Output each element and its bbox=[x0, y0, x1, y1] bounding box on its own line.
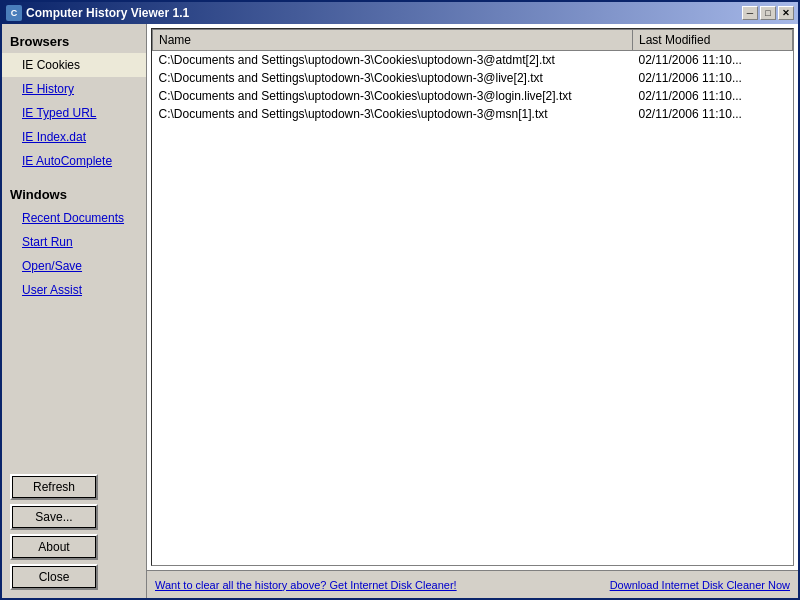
sidebar: Browsers IE Cookies IE History IE Typed … bbox=[2, 24, 147, 598]
col-header-modified[interactable]: Last Modified bbox=[633, 30, 793, 51]
app-icon: C bbox=[6, 5, 22, 21]
sidebar-item-ie-typed-url[interactable]: IE Typed URL bbox=[2, 101, 146, 125]
windows-section-label: Windows bbox=[2, 181, 146, 206]
footer-bar: Want to clear all the history above? Get… bbox=[147, 570, 798, 598]
col-header-name[interactable]: Name bbox=[153, 30, 633, 51]
sidebar-item-ie-history[interactable]: IE History bbox=[2, 77, 146, 101]
sidebar-item-open-save[interactable]: Open/Save bbox=[2, 254, 146, 278]
data-table-container[interactable]: Name Last Modified C:\Documents and Sett… bbox=[151, 28, 794, 566]
table-cell-name: C:\Documents and Settings\uptodown-3\Coo… bbox=[153, 69, 633, 87]
table-cell-modified: 02/11/2006 11:10... bbox=[633, 105, 793, 123]
main-area: Browsers IE Cookies IE History IE Typed … bbox=[2, 24, 798, 598]
save-button[interactable]: Save... bbox=[10, 504, 98, 530]
sidebar-item-ie-cookies[interactable]: IE Cookies bbox=[2, 53, 146, 77]
table-cell-name: C:\Documents and Settings\uptodown-3\Coo… bbox=[153, 51, 633, 70]
sidebar-buttons: Refresh Save... About Close bbox=[2, 470, 146, 594]
maximize-button[interactable]: □ bbox=[760, 6, 776, 20]
window-title: Computer History Viewer 1.1 bbox=[26, 6, 742, 20]
table-cell-modified: 02/11/2006 11:10... bbox=[633, 51, 793, 70]
table-cell-name: C:\Documents and Settings\uptodown-3\Coo… bbox=[153, 105, 633, 123]
sidebar-item-user-assist[interactable]: User Assist bbox=[2, 278, 146, 302]
sidebar-item-recent-documents[interactable]: Recent Documents bbox=[2, 206, 146, 230]
sidebar-item-ie-autocomplete[interactable]: IE AutoComplete bbox=[2, 149, 146, 173]
close-window-button[interactable]: ✕ bbox=[778, 6, 794, 20]
data-table: Name Last Modified C:\Documents and Sett… bbox=[152, 29, 793, 123]
table-row[interactable]: C:\Documents and Settings\uptodown-3\Coo… bbox=[153, 51, 793, 70]
content-panel: Name Last Modified C:\Documents and Sett… bbox=[147, 24, 798, 598]
app-window: C Computer History Viewer 1.1 ─ □ ✕ Brow… bbox=[0, 0, 800, 600]
browsers-section-label: Browsers bbox=[2, 28, 146, 53]
sidebar-item-start-run[interactable]: Start Run bbox=[2, 230, 146, 254]
table-row[interactable]: C:\Documents and Settings\uptodown-3\Coo… bbox=[153, 69, 793, 87]
minimize-button[interactable]: ─ bbox=[742, 6, 758, 20]
table-cell-modified: 02/11/2006 11:10... bbox=[633, 69, 793, 87]
close-button[interactable]: Close bbox=[10, 564, 98, 590]
about-button[interactable]: About bbox=[10, 534, 98, 560]
title-buttons: ─ □ ✕ bbox=[742, 6, 794, 20]
table-cell-name: C:\Documents and Settings\uptodown-3\Coo… bbox=[153, 87, 633, 105]
table-row[interactable]: C:\Documents and Settings\uptodown-3\Coo… bbox=[153, 105, 793, 123]
footer-right-link[interactable]: Download Internet Disk Cleaner Now bbox=[610, 579, 790, 591]
refresh-button[interactable]: Refresh bbox=[10, 474, 98, 500]
sidebar-item-ie-index-dat[interactable]: IE Index.dat bbox=[2, 125, 146, 149]
title-bar: C Computer History Viewer 1.1 ─ □ ✕ bbox=[2, 2, 798, 24]
table-cell-modified: 02/11/2006 11:10... bbox=[633, 87, 793, 105]
table-row[interactable]: C:\Documents and Settings\uptodown-3\Coo… bbox=[153, 87, 793, 105]
footer-left-link[interactable]: Want to clear all the history above? Get… bbox=[155, 579, 457, 591]
